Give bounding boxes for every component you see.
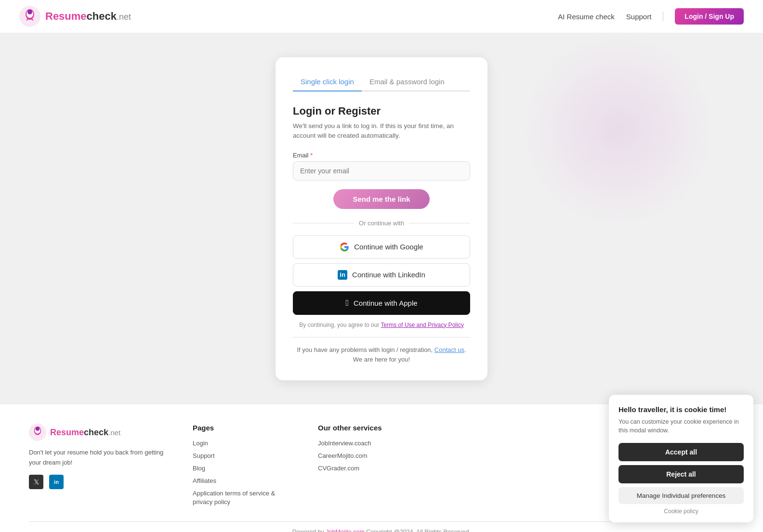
footer-bottom-text: Powered by JobMojito.com Copyright @2024… — [29, 529, 734, 532]
footer-services-list: JobInterview.coach CareerMojito.com CVGr… — [318, 439, 414, 472]
google-login-button[interactable]: Continue with Google — [293, 235, 470, 259]
terms-text: By continuing, you agree to our Terms of… — [293, 322, 470, 328]
nav-ai-resume[interactable]: AI Resume check — [558, 13, 615, 21]
social-icons: 𝕏 in — [29, 475, 164, 489]
apple-button-label: Continue with Apple — [354, 299, 418, 307]
card-title: Login or Register — [293, 105, 470, 117]
footer-link-careermojito[interactable]: CareerMojito.com — [318, 452, 368, 459]
accept-all-button[interactable]: Accept all — [618, 443, 744, 461]
footer-logo: Resumecheck.net — [29, 424, 164, 441]
divider-text: Or continue with — [359, 220, 404, 227]
cookie-policy-link[interactable]: Cookie policy — [618, 508, 744, 515]
contact-text: If you have any problems with login / re… — [293, 345, 470, 365]
apple-login-button[interactable]:  Continue with Apple — [293, 291, 470, 315]
login-tabs: Single click login Email & password logi… — [293, 73, 470, 91]
footer-link-support[interactable]: Support — [193, 452, 215, 459]
list-item: Application terms of service & privacy p… — [193, 489, 289, 506]
cookie-description: You can customize your cookie experience… — [618, 417, 744, 436]
nav-divider — [663, 12, 663, 21]
contact-us-link[interactable]: Contact us — [434, 346, 464, 353]
footer-brand: Resumecheck.net Don't let your resume ho… — [29, 424, 164, 510]
footer-pages-list: Login Support Blog Affiliates Applicatio… — [193, 439, 289, 506]
linkedin-icon: in — [338, 270, 347, 280]
apple-icon:  — [345, 298, 349, 308]
list-item: Support — [193, 451, 289, 460]
cookie-banner: Hello traveller, it is cookie time! You … — [609, 395, 753, 523]
reject-all-button[interactable]: Reject all — [618, 465, 744, 483]
login-signup-button[interactable]: Login / Sign Up — [675, 8, 744, 25]
main-content: Single click login Email & password logi… — [0, 33, 763, 400]
background-blob — [522, 33, 715, 226]
footer-services: Our other services JobInterview.coach Ca… — [318, 424, 414, 510]
list-item: CVGrader.com — [318, 464, 414, 472]
card-bottom-divider — [293, 337, 470, 337]
logo-text: Resumecheck.net — [45, 10, 131, 23]
logo[interactable]: Resumecheck.net — [19, 6, 131, 27]
footer-link-login[interactable]: Login — [193, 440, 208, 447]
manage-preferences-button[interactable]: Manage Individual preferences — [618, 487, 744, 504]
footer-pages-title: Pages — [193, 424, 289, 432]
linkedin-button-label: Continue with LinkedIn — [352, 271, 425, 279]
footer-tagline: Don't let your resume hold you back from… — [29, 448, 164, 468]
list-item: CareerMojito.com — [318, 451, 414, 460]
footer-services-title: Our other services — [318, 424, 414, 432]
email-input[interactable] — [293, 161, 470, 181]
divider-line-left — [293, 223, 354, 223]
linkedin-social-icon[interactable]: in — [49, 475, 64, 489]
svg-point-3 — [27, 10, 32, 14]
email-label: Email * — [293, 152, 470, 159]
send-link-button[interactable]: Send me the link — [333, 189, 430, 209]
main-nav: AI Resume check Support Login / Sign Up — [558, 8, 744, 25]
terms-link[interactable]: Terms of Use and Privacy Policy — [381, 322, 464, 328]
footer-logo-text: Resumecheck.net — [50, 428, 120, 438]
list-item: Login — [193, 439, 289, 447]
footer-link-blog[interactable]: Blog — [193, 465, 205, 472]
footer-link-terms[interactable]: Application terms of service & privacy p… — [193, 490, 275, 506]
list-item: Blog — [193, 464, 289, 472]
linkedin-login-button[interactable]: in Continue with LinkedIn — [293, 263, 470, 286]
nav-support[interactable]: Support — [626, 13, 652, 21]
tab-single-click[interactable]: Single click login — [293, 73, 362, 91]
footer-link-affiliates[interactable]: Affiliates — [193, 477, 216, 484]
footer-logo-icon — [29, 424, 46, 441]
svg-point-7 — [36, 427, 39, 431]
divider-line-right — [409, 223, 470, 223]
footer-link-jobinterview[interactable]: JobInterview.coach — [318, 440, 371, 447]
cookie-title: Hello traveller, it is cookie time! — [618, 405, 744, 414]
login-card: Single click login Email & password logi… — [276, 57, 487, 380]
jobmojito-link[interactable]: JobMojito.com — [326, 529, 365, 532]
footer-link-cvgrader[interactable]: CVGrader.com — [318, 465, 359, 472]
footer-pages: Pages Login Support Blog Affiliates Appl… — [193, 424, 289, 510]
google-button-label: Continue with Google — [354, 243, 423, 251]
logo-icon — [19, 6, 40, 27]
email-field-group: Email * — [293, 152, 470, 181]
twitter-icon[interactable]: 𝕏 — [29, 475, 43, 489]
or-divider: Or continue with — [293, 220, 470, 227]
card-subtitle: We'll send you a link to log in. If this… — [293, 121, 470, 141]
list-item: Affiliates — [193, 476, 289, 485]
list-item: JobInterview.coach — [318, 439, 414, 447]
site-header: Resumecheck.net AI Resume check Support … — [0, 0, 763, 33]
google-icon — [340, 242, 349, 252]
tab-email-password[interactable]: Email & password login — [362, 73, 452, 91]
